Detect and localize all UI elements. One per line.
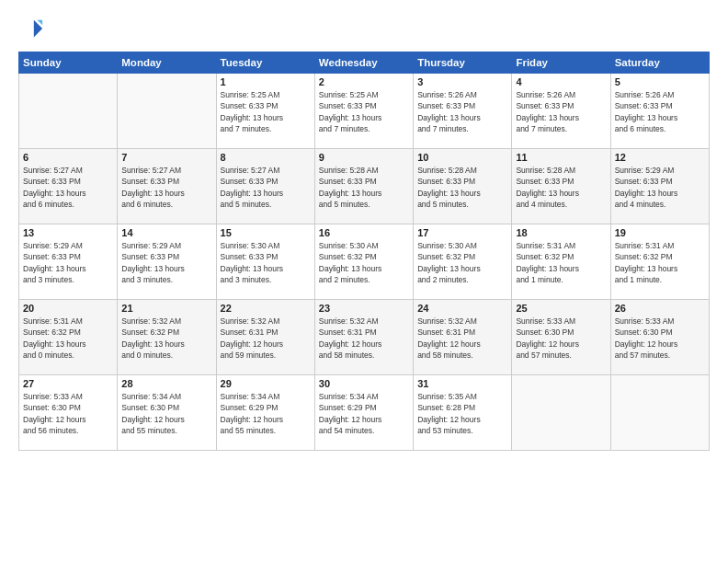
calendar-cell: 27Sunrise: 5:33 AM Sunset: 6:30 PM Dayli… <box>19 375 118 451</box>
calendar-cell: 25Sunrise: 5:33 AM Sunset: 6:30 PM Dayli… <box>512 300 610 375</box>
calendar-cell: 11Sunrise: 5:28 AM Sunset: 6:33 PM Dayli… <box>512 149 610 224</box>
calendar-cell: 5Sunrise: 5:26 AM Sunset: 6:33 PM Daylig… <box>610 74 709 149</box>
day-info: Sunrise: 5:25 AM Sunset: 6:33 PM Dayligh… <box>221 89 311 134</box>
weekday-header-row: SundayMondayTuesdayWednesdayThursdayFrid… <box>19 52 710 74</box>
page: SundayMondayTuesdayWednesdayThursdayFrid… <box>0 0 728 563</box>
weekday-header-thursday: Thursday <box>414 52 512 74</box>
day-number: 13 <box>23 227 113 238</box>
day-number: 24 <box>417 303 507 314</box>
weekday-header-saturday: Saturday <box>610 52 709 74</box>
calendar-cell: 29Sunrise: 5:34 AM Sunset: 6:29 PM Dayli… <box>216 375 314 451</box>
calendar-cell: 24Sunrise: 5:32 AM Sunset: 6:31 PM Dayli… <box>414 300 512 375</box>
day-number: 20 <box>23 303 113 314</box>
weekday-header-friday: Friday <box>512 52 610 74</box>
day-info: Sunrise: 5:27 AM Sunset: 6:33 PM Dayligh… <box>221 165 311 210</box>
calendar-cell: 31Sunrise: 5:35 AM Sunset: 6:28 PM Dayli… <box>414 375 512 451</box>
day-info: Sunrise: 5:33 AM Sunset: 6:30 PM Dayligh… <box>615 316 705 361</box>
calendar-table: SundayMondayTuesdayWednesdayThursdayFrid… <box>18 52 710 451</box>
calendar-row-5: 27Sunrise: 5:33 AM Sunset: 6:30 PM Dayli… <box>19 375 710 451</box>
day-number: 6 <box>23 152 113 163</box>
day-number: 14 <box>121 227 211 238</box>
calendar-row-1: 1Sunrise: 5:25 AM Sunset: 6:33 PM Daylig… <box>19 74 710 149</box>
day-info: Sunrise: 5:32 AM Sunset: 6:31 PM Dayligh… <box>319 316 409 361</box>
calendar-cell: 7Sunrise: 5:27 AM Sunset: 6:33 PM Daylig… <box>118 149 216 224</box>
day-info: Sunrise: 5:32 AM Sunset: 6:32 PM Dayligh… <box>121 316 211 361</box>
day-number: 7 <box>121 152 211 163</box>
day-number: 28 <box>121 378 211 389</box>
calendar-cell: 2Sunrise: 5:25 AM Sunset: 6:33 PM Daylig… <box>314 74 413 149</box>
calendar-cell: 15Sunrise: 5:30 AM Sunset: 6:33 PM Dayli… <box>216 224 314 300</box>
logo <box>18 17 48 42</box>
day-info: Sunrise: 5:28 AM Sunset: 6:33 PM Dayligh… <box>319 165 409 210</box>
calendar-cell <box>19 74 118 149</box>
day-info: Sunrise: 5:35 AM Sunset: 6:28 PM Dayligh… <box>417 391 507 436</box>
calendar-cell: 12Sunrise: 5:29 AM Sunset: 6:33 PM Dayli… <box>610 149 709 224</box>
day-number: 18 <box>516 227 606 238</box>
day-info: Sunrise: 5:31 AM Sunset: 6:32 PM Dayligh… <box>516 240 606 285</box>
day-info: Sunrise: 5:29 AM Sunset: 6:33 PM Dayligh… <box>23 240 113 285</box>
day-info: Sunrise: 5:26 AM Sunset: 6:33 PM Dayligh… <box>417 89 507 134</box>
day-info: Sunrise: 5:32 AM Sunset: 6:31 PM Dayligh… <box>417 316 507 361</box>
day-info: Sunrise: 5:26 AM Sunset: 6:33 PM Dayligh… <box>516 89 606 134</box>
day-info: Sunrise: 5:27 AM Sunset: 6:33 PM Dayligh… <box>121 165 211 210</box>
day-info: Sunrise: 5:28 AM Sunset: 6:33 PM Dayligh… <box>417 165 507 210</box>
calendar-cell: 13Sunrise: 5:29 AM Sunset: 6:33 PM Dayli… <box>19 224 118 300</box>
day-number: 5 <box>615 76 705 87</box>
calendar-cell: 6Sunrise: 5:27 AM Sunset: 6:33 PM Daylig… <box>19 149 118 224</box>
logo-icon <box>18 17 44 42</box>
calendar-cell: 28Sunrise: 5:34 AM Sunset: 6:30 PM Dayli… <box>118 375 216 451</box>
day-info: Sunrise: 5:34 AM Sunset: 6:29 PM Dayligh… <box>319 391 409 436</box>
day-number: 21 <box>121 303 211 314</box>
day-number: 30 <box>319 378 409 389</box>
calendar-cell: 20Sunrise: 5:31 AM Sunset: 6:32 PM Dayli… <box>19 300 118 375</box>
calendar-cell: 19Sunrise: 5:31 AM Sunset: 6:32 PM Dayli… <box>610 224 709 300</box>
day-number: 22 <box>221 303 311 314</box>
day-number: 25 <box>516 303 606 314</box>
day-info: Sunrise: 5:32 AM Sunset: 6:31 PM Dayligh… <box>221 316 311 361</box>
day-number: 10 <box>417 152 507 163</box>
calendar-row-2: 6Sunrise: 5:27 AM Sunset: 6:33 PM Daylig… <box>19 149 710 224</box>
calendar-cell <box>512 375 610 451</box>
calendar-cell: 30Sunrise: 5:34 AM Sunset: 6:29 PM Dayli… <box>314 375 413 451</box>
calendar-cell: 3Sunrise: 5:26 AM Sunset: 6:33 PM Daylig… <box>414 74 512 149</box>
weekday-header-wednesday: Wednesday <box>314 52 413 74</box>
calendar-cell <box>610 375 709 451</box>
day-number: 27 <box>23 378 113 389</box>
day-number: 17 <box>417 227 507 238</box>
day-info: Sunrise: 5:34 AM Sunset: 6:30 PM Dayligh… <box>121 391 211 436</box>
day-info: Sunrise: 5:30 AM Sunset: 6:32 PM Dayligh… <box>417 240 507 285</box>
calendar-cell: 23Sunrise: 5:32 AM Sunset: 6:31 PM Dayli… <box>314 300 413 375</box>
day-info: Sunrise: 5:33 AM Sunset: 6:30 PM Dayligh… <box>23 391 113 436</box>
day-number: 9 <box>319 152 409 163</box>
calendar-cell: 21Sunrise: 5:32 AM Sunset: 6:32 PM Dayli… <box>118 300 216 375</box>
weekday-header-monday: Monday <box>118 52 216 74</box>
day-info: Sunrise: 5:29 AM Sunset: 6:33 PM Dayligh… <box>615 165 705 210</box>
weekday-header-sunday: Sunday <box>19 52 118 74</box>
calendar-cell: 9Sunrise: 5:28 AM Sunset: 6:33 PM Daylig… <box>314 149 413 224</box>
calendar-cell: 14Sunrise: 5:29 AM Sunset: 6:33 PM Dayli… <box>118 224 216 300</box>
calendar-cell: 16Sunrise: 5:30 AM Sunset: 6:32 PM Dayli… <box>314 224 413 300</box>
day-info: Sunrise: 5:29 AM Sunset: 6:33 PM Dayligh… <box>121 240 211 285</box>
day-number: 29 <box>221 378 311 389</box>
calendar-cell: 22Sunrise: 5:32 AM Sunset: 6:31 PM Dayli… <box>216 300 314 375</box>
day-number: 3 <box>417 76 507 87</box>
calendar-cell: 10Sunrise: 5:28 AM Sunset: 6:33 PM Dayli… <box>414 149 512 224</box>
day-number: 19 <box>615 227 705 238</box>
calendar-cell <box>118 74 216 149</box>
day-info: Sunrise: 5:26 AM Sunset: 6:33 PM Dayligh… <box>615 89 705 134</box>
day-number: 16 <box>319 227 409 238</box>
day-number: 4 <box>516 76 606 87</box>
calendar-row-4: 20Sunrise: 5:31 AM Sunset: 6:32 PM Dayli… <box>19 300 710 375</box>
calendar-cell: 1Sunrise: 5:25 AM Sunset: 6:33 PM Daylig… <box>216 74 314 149</box>
day-number: 26 <box>615 303 705 314</box>
calendar-cell: 17Sunrise: 5:30 AM Sunset: 6:32 PM Dayli… <box>414 224 512 300</box>
day-number: 15 <box>221 227 311 238</box>
calendar-cell: 26Sunrise: 5:33 AM Sunset: 6:30 PM Dayli… <box>610 300 709 375</box>
day-number: 2 <box>319 76 409 87</box>
day-info: Sunrise: 5:33 AM Sunset: 6:30 PM Dayligh… <box>516 316 606 361</box>
weekday-header-tuesday: Tuesday <box>216 52 314 74</box>
day-number: 8 <box>221 152 311 163</box>
day-number: 11 <box>516 152 606 163</box>
day-info: Sunrise: 5:27 AM Sunset: 6:33 PM Dayligh… <box>23 165 113 210</box>
day-number: 31 <box>417 378 507 389</box>
